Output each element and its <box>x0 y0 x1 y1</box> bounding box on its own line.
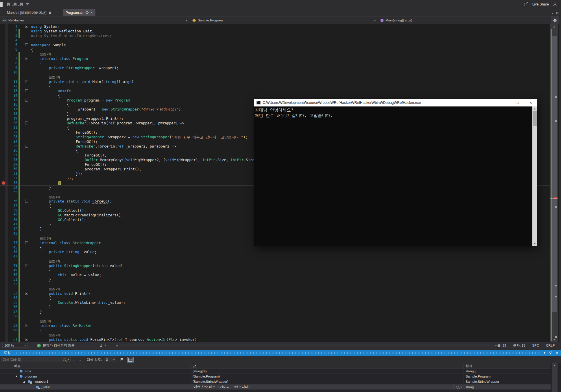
console-title-bar[interactable]: C:₩Users₩Development₩source₩repos₩RefHac… <box>254 99 537 106</box>
eol-indicator[interactable]: CRLF <box>546 344 555 347</box>
gear-icon[interactable]: ⚙ <box>556 11 559 15</box>
code-line[interactable]: 7−internal class Program <box>0 56 550 61</box>
toolbar-overflow-button[interactable]: ▾ <box>26 3 29 6</box>
tab-marshal[interactable]: Marshal [메타데이터에서] <box>4 9 54 16</box>
codelens-row[interactable]: 참조 2개 <box>0 52 550 56</box>
codelens-references[interactable]: 참조 2개 <box>49 333 60 337</box>
prev-bookmark-button[interactable]: ◂ <box>12 1 18 8</box>
codelens-references[interactable]: 참조 5개 <box>40 237 51 240</box>
code-line[interactable]: 47 <box>0 254 550 259</box>
locals-scrollbar[interactable]: ▲ <box>552 363 558 392</box>
search-back-button[interactable]: ← <box>72 358 75 362</box>
next-bookmark-button[interactable]: ▸ <box>18 1 25 8</box>
search-depth-dropdown[interactable]: 3 ▾ <box>104 357 116 362</box>
close-icon[interactable]: × <box>91 11 93 14</box>
code-line[interactable]: 4 <box>0 38 550 43</box>
code-line[interactable]: 8{ <box>0 61 550 66</box>
search-forward-button[interactable]: → <box>78 358 82 362</box>
column-header-type[interactable]: 형식 <box>464 363 551 369</box>
code-line[interactable]: 11−private static void Main(string[] arg… <box>0 80 550 84</box>
codelens-references[interactable]: 참조 2개 <box>49 260 60 263</box>
fold-marker-icon[interactable]: − <box>25 145 28 148</box>
code-line[interactable]: 56} <box>0 305 550 310</box>
flag-threads-button[interactable] <box>119 357 125 362</box>
close-icon[interactable]: × <box>556 351 558 355</box>
fold-marker-icon[interactable]: − <box>25 99 28 102</box>
split-editor-button[interactable] <box>551 16 559 24</box>
scrollbar-track[interactable] <box>120 345 493 346</box>
code-line[interactable]: 59−internal class RefHacker <box>0 323 550 328</box>
value-visualizer-button[interactable]: ▾ <box>453 384 464 389</box>
minimize-button[interactable]: ─ <box>498 99 511 106</box>
code-line[interactable]: 57} <box>0 310 550 314</box>
breakpoint-icon[interactable] <box>2 181 5 185</box>
tab-program-cs[interactable]: Program.cs × <box>63 9 95 16</box>
locals-row-program[interactable]: program{Sample.Program}Sample.Program <box>0 374 551 379</box>
scroll-down-icon[interactable]: ▼ <box>550 338 558 341</box>
editor-vertical-scrollbar[interactable]: ▲ ▼ <box>550 24 558 342</box>
code-line[interactable]: 61−public static void ForcePin<T>(ref T … <box>0 337 550 342</box>
member-dropdown[interactable]: Main(string[] args) ▾ <box>378 16 559 24</box>
fold-marker-icon[interactable]: − <box>25 324 28 327</box>
code-line[interactable]: 14{ <box>0 93 550 98</box>
code-cleanup-icon[interactable] <box>100 344 103 347</box>
codelens-row[interactable]: 참조 2개 <box>0 333 550 337</box>
expander-icon[interactable] <box>23 381 25 383</box>
locals-row-_wrapper1[interactable]: _wrapper1{Sample.StringWrapper}Sample.St… <box>0 379 551 384</box>
type-dropdown[interactable]: Sample.Program ▾ <box>190 16 378 24</box>
console-window[interactable]: C:₩Users₩Development₩source₩repos₩RefHac… <box>254 99 537 246</box>
scroll-up-icon[interactable]: ▲ <box>532 107 537 110</box>
window-position-dropdown[interactable]: ▾ <box>544 351 545 354</box>
code-line[interactable]: 2using System.Reflection.Emit; <box>0 29 550 34</box>
fold-marker-icon[interactable]: − <box>25 264 28 267</box>
fold-marker-icon[interactable]: − <box>25 25 28 28</box>
code-line[interactable]: 3using System.Runtime.InteropServices; <box>0 34 550 38</box>
feedback-icon[interactable] <box>553 3 557 6</box>
locals-row-args[interactable]: args{string[0]}string[] <box>0 369 551 374</box>
zoom-dropdown[interactable]: 100 % ▾ <box>2 343 28 348</box>
code-line[interactable]: 53−public void Print() <box>0 291 550 296</box>
live-share-button[interactable]: Live Share <box>532 2 549 6</box>
scroll-down-icon[interactable]: ▼ <box>532 242 537 245</box>
fold-marker-icon[interactable]: − <box>25 89 28 92</box>
code-line[interactable]: 10 <box>0 70 550 75</box>
maximize-button[interactable]: □ <box>511 99 524 106</box>
console-scrollbar[interactable]: ▲ ▼ <box>532 106 537 246</box>
active-files-dropdown[interactable]: ▾ <box>551 12 553 15</box>
pin-icon[interactable] <box>549 351 552 354</box>
chevron-down-icon[interactable]: ▾ <box>67 358 69 361</box>
codelens-references[interactable]: 참조 2개 <box>40 52 51 56</box>
expander-icon[interactable] <box>15 375 17 377</box>
project-dropdown[interactable]: C# RefHacker ▾ <box>0 16 190 24</box>
code-line[interactable]: 51} <box>0 277 550 282</box>
scroll-left-icon[interactable]: ◀ <box>116 344 118 347</box>
fold-marker-icon[interactable]: − <box>25 122 28 124</box>
fold-marker-icon[interactable]: − <box>25 200 28 203</box>
code-line[interactable]: 6{ <box>0 47 550 52</box>
scroll-up-icon[interactable]: ▲ <box>550 25 558 28</box>
toggle-bookmark-button[interactable] <box>5 1 12 8</box>
code-line[interactable]: 1−using System; <box>0 24 550 29</box>
codelens-row[interactable]: 참조 0개 <box>0 75 550 80</box>
text-view-toggle-button[interactable]: ab <box>127 357 134 362</box>
code-line[interactable]: 48−public StringWrapper(string value) <box>0 264 550 268</box>
fold-marker-icon[interactable]: − <box>25 57 28 60</box>
close-button[interactable]: × <box>524 99 537 106</box>
fold-marker-icon[interactable]: − <box>25 43 28 46</box>
health-indicator[interactable]: ✓ 문제가 검색되지 않음 <box>37 342 75 349</box>
chevron-down-icon[interactable]: ▾ <box>105 344 106 347</box>
fold-marker-icon[interactable]: − <box>25 292 28 295</box>
code-line[interactable]: 49{ <box>0 268 550 273</box>
code-line[interactable]: 9private StringWrapper _wrapper1; <box>0 66 550 70</box>
code-line[interactable]: 5−namespace Sample <box>0 43 550 47</box>
codelens-references[interactable]: 참조 2개 <box>49 287 60 291</box>
code-line[interactable]: 54{ <box>0 296 550 300</box>
column-header-value[interactable]: 값 <box>191 363 464 369</box>
codelens-references[interactable]: 참조 0개 <box>49 76 60 79</box>
codelens-row[interactable]: 참조 2개 <box>0 259 550 264</box>
code-line[interactable]: 60{ <box>0 328 550 333</box>
codelens-references[interactable]: 참조 3개 <box>40 319 51 323</box>
code-line[interactable]: 46private string _value; <box>0 250 550 254</box>
scrollbar-thumb[interactable] <box>552 36 557 312</box>
scroll-right-icon[interactable]: ▶ <box>495 344 497 347</box>
